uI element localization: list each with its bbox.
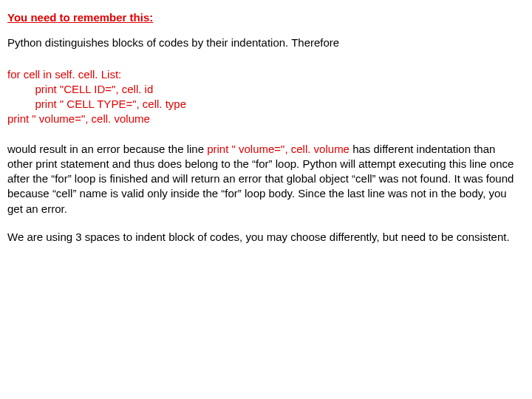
code-block: for cell in self. cell. List: print "CEL… bbox=[7, 67, 522, 127]
intro-paragraph: Python distinguishes blocks of codes by … bbox=[7, 35, 522, 50]
explanation-paragraph: would result in an error because the lin… bbox=[7, 142, 522, 216]
closing-paragraph: We are using 3 spaces to indent block of… bbox=[7, 230, 522, 245]
inline-code-reference: print " volume=", cell. volume bbox=[207, 143, 349, 155]
explain-text-before: would result in an error because the lin… bbox=[7, 143, 207, 155]
document-page: You need to remember this: Python distin… bbox=[0, 0, 532, 245]
page-heading: You need to remember this: bbox=[7, 10, 522, 25]
